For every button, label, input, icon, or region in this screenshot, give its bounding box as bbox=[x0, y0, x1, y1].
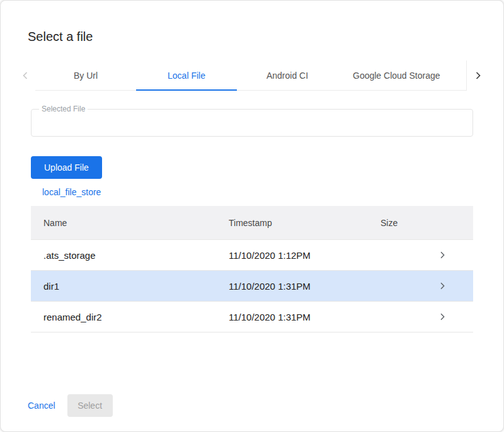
dialog-actions: Cancel Select bbox=[28, 394, 113, 417]
file-name: dir1 bbox=[43, 281, 229, 292]
table-row[interactable]: renamed_dir2 11/10/2020 1:31PM bbox=[31, 302, 473, 333]
tab-label: By Url bbox=[74, 71, 98, 81]
chevron-right-icon bbox=[472, 69, 484, 82]
selected-file-field: Selected File bbox=[31, 109, 473, 137]
tab-google-cloud-storage[interactable]: Google Cloud Storage bbox=[338, 60, 455, 90]
tabs-scroll-left-button[interactable] bbox=[15, 60, 35, 91]
chevron-right-icon bbox=[437, 281, 461, 291]
tab-android-ci[interactable]: Android CI bbox=[237, 60, 338, 90]
upload-file-button[interactable]: Upload File bbox=[31, 156, 102, 179]
chevron-left-icon bbox=[19, 69, 32, 82]
column-header-timestamp: Timestamp bbox=[229, 218, 381, 228]
tabs-scroll-right-button[interactable] bbox=[466, 60, 489, 91]
cancel-button[interactable]: Cancel bbox=[28, 401, 55, 411]
page-title: Select a file bbox=[28, 29, 503, 44]
tab-label: Android CI bbox=[266, 71, 308, 81]
file-name: renamed_dir2 bbox=[43, 312, 229, 322]
chevron-right-icon bbox=[437, 250, 461, 260]
select-button[interactable]: Select bbox=[67, 394, 113, 417]
tab-label: Google Cloud Storage bbox=[353, 71, 440, 81]
selected-file-label: Selected File bbox=[39, 105, 88, 114]
tab-by-url[interactable]: By Url bbox=[35, 60, 136, 90]
select-file-dialog: Select a file By Url Local File Android … bbox=[1, 1, 503, 431]
tab-label: Local File bbox=[168, 71, 205, 81]
tab-bar: By Url Local File Android CI Google Clou… bbox=[15, 60, 489, 91]
file-timestamp: 11/10/2020 1:31PM bbox=[229, 281, 381, 292]
column-header-size: Size bbox=[381, 218, 437, 228]
tab-local-file[interactable]: Local File bbox=[136, 60, 237, 90]
tab-list: By Url Local File Android CI Google Clou… bbox=[35, 60, 466, 91]
chevron-right-icon bbox=[437, 312, 461, 322]
file-timestamp: 11/10/2020 1:31PM bbox=[229, 312, 381, 322]
table-row[interactable]: .ats_storage 11/10/2020 1:12PM bbox=[31, 240, 473, 271]
column-header-name: Name bbox=[43, 218, 229, 228]
local-file-store-link[interactable]: local_file_store bbox=[42, 187, 101, 197]
file-table: Name Timestamp Size .ats_storage 11/10/2… bbox=[31, 206, 473, 333]
file-name: .ats_storage bbox=[43, 250, 229, 261]
selected-file-input[interactable] bbox=[32, 110, 472, 136]
file-timestamp: 11/10/2020 1:12PM bbox=[229, 250, 381, 261]
table-row[interactable]: dir1 11/10/2020 1:31PM bbox=[31, 271, 473, 302]
local-file-panel: Selected File Upload File local_file_sto… bbox=[1, 109, 503, 333]
table-header-row: Name Timestamp Size bbox=[31, 206, 473, 240]
